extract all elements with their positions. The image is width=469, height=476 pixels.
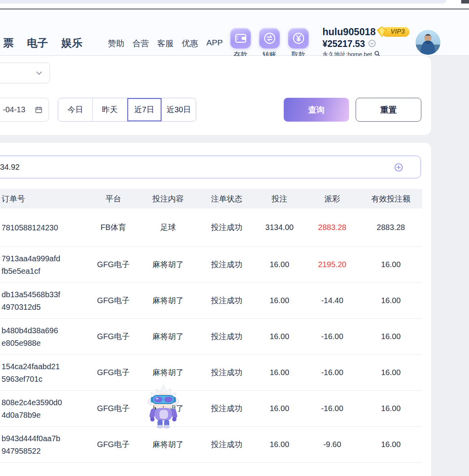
column-header: 派彩: [305, 194, 360, 204]
order-number-cell: b480b4d38a696e805e988e: [0, 324, 90, 349]
table-row[interactable]: d0b273435894bGFG电子麻将胡了投注成功16.00-16.0016.…: [0, 462, 422, 476]
user-avatar[interactable]: [415, 30, 440, 55]
order-number-line: 7913aa4a999afd: [2, 252, 90, 265]
withdraw-button[interactable]: 取款: [288, 28, 309, 59]
platform-cell: GFG电子: [90, 439, 137, 450]
bet-content-cell: 麻将胡了: [137, 439, 199, 450]
payout-cell: -16.00: [305, 332, 360, 341]
bet-amount-cell: 16.00: [254, 440, 305, 449]
bet-content-cell: 麻将胡了: [137, 259, 199, 270]
bet-content-cell: 足球: [137, 222, 199, 233]
platform-cell: FB体育: [90, 222, 137, 233]
table-row[interactable]: 154ca24faabd215963ef701cGFG电子麻将胡了投注成功16.…: [0, 354, 422, 390]
bet-amount-cell: 16.00: [254, 368, 305, 377]
nav-item-优惠[interactable]: 优惠: [182, 38, 198, 49]
browser-chrome: [0, 0, 469, 9]
column-header: 投注: [254, 194, 305, 204]
nav-item-电子[interactable]: 电子: [27, 36, 48, 50]
wallet-icon: [230, 28, 251, 48]
browser-window-control[interactable]: [461, 0, 469, 4]
valid-bet-cell: 16.00: [360, 440, 422, 449]
column-header: 有效投注额: [360, 194, 422, 204]
order-number-cell: b943d444f0aa7b947958522: [0, 432, 90, 457]
table-header-row: 订单号平台投注内容注单状态投注派彩有效投注额: [0, 189, 422, 208]
reset-button[interactable]: 重置: [356, 98, 421, 122]
quick-date-昨天[interactable]: 昨天: [92, 98, 127, 121]
summary-bar: 534.92: [0, 156, 421, 178]
quick-date-今日[interactable]: 今日: [58, 98, 92, 121]
bet-amount-cell: 16.00: [254, 296, 305, 305]
filter-card: [0, 56, 431, 135]
bet-content-cell: 麻将胡了: [137, 295, 199, 306]
calendar-icon: [34, 106, 43, 114]
summary-value: 534.92: [0, 163, 20, 172]
valid-bet-cell: 16.00: [360, 332, 422, 341]
order-number-line: 7810588124230: [2, 221, 90, 234]
user-info: hulu905018 VIP3 ¥25217.53: [322, 26, 414, 58]
status-cell: 投注成功: [199, 439, 254, 450]
transfer-button[interactable]: 转账: [259, 28, 280, 59]
bet-content-cell: 麻将胡了: [137, 367, 199, 378]
order-number-cell: 808e2c4e3590d04d0a78b9e: [0, 396, 90, 421]
quick-date-group: 今日昨天近7日近30日: [58, 98, 196, 122]
nav-item-娱乐[interactable]: 娱乐: [61, 36, 82, 50]
date-value: -04-13: [3, 105, 25, 114]
mascot-widget[interactable]: [145, 384, 181, 429]
payout-cell: -14.40: [305, 296, 360, 305]
table-row[interactable]: 7810588124230FB体育足球投注成功3134.002883.28288…: [0, 208, 422, 246]
order-number-cell: 7810588124230: [0, 221, 90, 234]
status-cell: 投注成功: [199, 367, 254, 378]
date-input[interactable]: -04-13: [0, 98, 49, 122]
transfer-icon: [259, 28, 280, 48]
balance-toggle-icon[interactable]: [368, 40, 376, 49]
deposit-button[interactable]: 存款: [230, 28, 251, 59]
valid-bet-cell: 16.00: [360, 260, 422, 269]
primary-nav: 票电子娱乐: [3, 36, 82, 50]
username[interactable]: hulu905018: [322, 26, 376, 38]
nav-item-客服[interactable]: 客服: [157, 38, 174, 49]
site-header: 票电子娱乐 赞助合营客服优惠APP 存款: [0, 9, 469, 56]
quick-date-近30日[interactable]: 近30日: [161, 98, 196, 121]
payout-cell: 2195.20: [305, 260, 360, 269]
bet-content-cell: 麻将胡了: [137, 331, 199, 342]
order-number-line: fb5e5ea1cf: [2, 265, 90, 277]
nav-item-APP[interactable]: APP: [206, 38, 223, 49]
table-row[interactable]: 808e2c4e3590d04d0a78b9eGFG电子麻将胡了投注成功16.0…: [0, 390, 422, 426]
status-cell: 投注成功: [199, 403, 254, 414]
order-number-line: b480b4d38a696: [2, 324, 90, 337]
payout-cell: -9.60: [305, 440, 360, 449]
table-row[interactable]: b480b4d38a696e805e988eGFG电子麻将胡了投注成功16.00…: [0, 318, 422, 354]
table-body: 7810588124230FB体育足球投注成功3134.002883.28288…: [0, 208, 422, 476]
order-number-line: b943d444f0aa7b: [2, 432, 90, 445]
query-button[interactable]: 查询: [284, 98, 349, 122]
payout-cell: -16.00: [305, 404, 360, 413]
bet-amount-cell: 16.00: [254, 332, 305, 341]
vip-gem-icon: [376, 25, 388, 40]
bet-amount-cell: 3134.00: [254, 223, 305, 232]
table-row[interactable]: b943d444f0aa7b947958522GFG电子麻将胡了投注成功16.0…: [0, 426, 422, 462]
game-type-select[interactable]: [0, 63, 50, 83]
expand-plus-icon[interactable]: [394, 163, 403, 174]
vip-badge[interactable]: VIP3: [382, 27, 410, 37]
wallet-actions: 存款 转账: [230, 28, 309, 59]
nav-item-赞助[interactable]: 赞助: [108, 38, 124, 49]
platform-cell: GFG电子: [90, 259, 137, 270]
order-number-line: 4d0a78b9e: [2, 409, 90, 421]
table-row[interactable]: db13a54568b33f4970312d5GFG电子麻将胡了投注成功16.0…: [0, 282, 422, 318]
valid-bet-cell: 16.00: [360, 296, 422, 305]
payout-cell: -16.00: [305, 368, 360, 377]
nav-item-合营[interactable]: 合营: [132, 38, 149, 49]
order-number-line: 947958522: [2, 445, 90, 457]
secondary-nav: 赞助合营客服优惠APP: [108, 38, 223, 49]
platform-cell: GFG电子: [90, 403, 137, 414]
table-row[interactable]: 7913aa4a999afdfb5e5ea1cfGFG电子麻将胡了投注成功16.…: [0, 246, 422, 282]
browser-address-bar: [0, 0, 446, 4]
platform-cell: GFG电子: [90, 295, 137, 306]
platform-cell: GFG电子: [90, 331, 137, 342]
withdraw-icon: [288, 28, 309, 48]
column-header: 订单号: [0, 194, 90, 204]
order-number-cell: db13a54568b33f4970312d5: [0, 288, 90, 313]
status-cell: 投注成功: [199, 222, 254, 233]
nav-item-票[interactable]: 票: [3, 36, 14, 50]
quick-date-近7日[interactable]: 近7日: [127, 98, 161, 121]
